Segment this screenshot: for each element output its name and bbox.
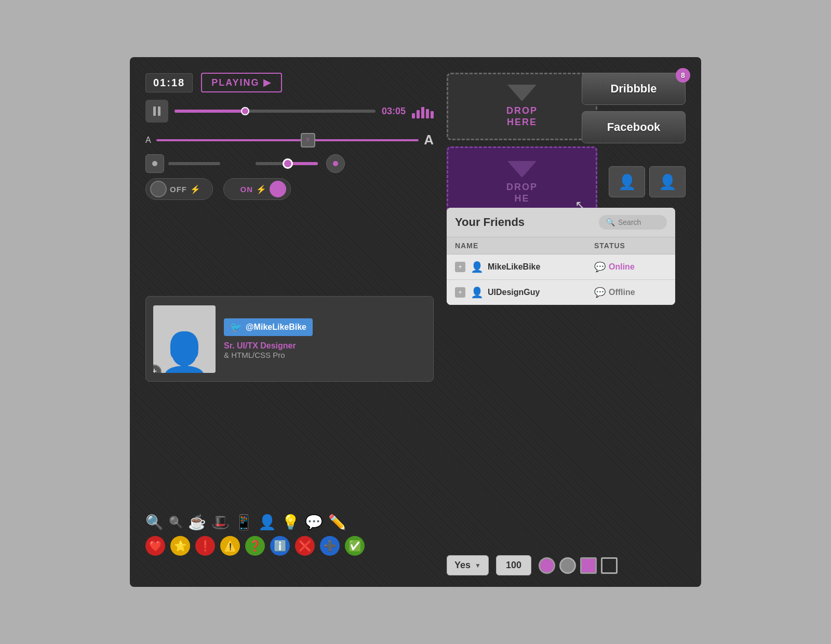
friend-row-1[interactable]: + 👤 UIDesignGuy 💬 Offline: [447, 280, 675, 305]
vol-bar-2: [417, 110, 420, 118]
dribbble-label: Dribbble: [610, 82, 656, 96]
pause-bar-2: [158, 106, 160, 116]
info-icon[interactable]: ℹ️: [270, 536, 290, 556]
star-icon[interactable]: ⭐: [170, 536, 190, 556]
drop-arrow-1: [507, 85, 537, 101]
twitter-badge[interactable]: 🐦 @MikeLikeBike: [224, 318, 313, 336]
person-add-icon[interactable]: 👤: [258, 514, 276, 531]
hat-icon[interactable]: 🎩: [211, 514, 230, 531]
slider-track-1[interactable]: [168, 162, 220, 165]
friends-panel: Your Friends 🔍 NAME STATUS + 👤 MikeLikeB…: [447, 208, 675, 305]
bolt-icon-off: ⚡: [190, 184, 200, 194]
friends-table-header: NAME STATUS: [447, 237, 675, 254]
toggle-off[interactable]: OFF ⚡: [145, 178, 213, 200]
time-row: 01:18 PLAYING ▶: [145, 73, 434, 92]
user-icon-inactive: 👤: [659, 173, 677, 191]
font-slider-track[interactable]: [156, 139, 419, 141]
bolt-icon-on: ⚡: [256, 184, 266, 194]
drop-zone-1[interactable]: DROPHERE: [447, 73, 597, 140]
chat-bubble-offline: 💬: [594, 287, 606, 298]
progress-thumb: [241, 107, 249, 115]
dribbble-button[interactable]: Dribbble 8: [582, 73, 686, 105]
friend-name-0: MikeLikeBike: [488, 262, 594, 272]
user-btn-inactive[interactable]: 👤: [649, 166, 686, 197]
chat-icon[interactable]: 💬: [305, 514, 323, 531]
current-time: 01:18: [145, 73, 193, 92]
exclamation-icon[interactable]: ❗: [195, 536, 215, 556]
friend-avatar-0: 👤: [471, 261, 484, 273]
pause-button[interactable]: [145, 100, 168, 123]
playback-row: 03:05: [145, 100, 434, 123]
profile-subtitle: & HTML/CSS Pro: [224, 351, 426, 359]
profile-title: Sr. UI/TX Designer: [224, 341, 426, 351]
font-slider-thumb[interactable]: [301, 133, 315, 147]
warning-icon[interactable]: ⚠️: [220, 536, 240, 556]
zoom-in-icon[interactable]: 🔍: [145, 514, 164, 531]
zoom-out-icon[interactable]: 🔍: [169, 516, 183, 529]
mug-icon[interactable]: ☕: [188, 514, 206, 531]
status-label-0: Online: [609, 262, 635, 272]
pencil-icon[interactable]: ✏️: [328, 514, 346, 531]
number-box: 100: [496, 555, 531, 575]
dribbble-badge: 8: [676, 68, 690, 83]
radio-group: [539, 557, 618, 574]
friend-plus-0[interactable]: +: [455, 262, 465, 272]
slider-dot-2: [333, 161, 338, 166]
square-filled[interactable]: [580, 557, 597, 574]
profile-avatar-box: 👤 +: [153, 305, 216, 373]
second-sliders: [145, 154, 434, 173]
slider-thumb-2: [283, 158, 293, 169]
toggle-knob-on: [270, 181, 286, 197]
question-icon[interactable]: ❓: [245, 536, 265, 556]
slider-thumb-box-1[interactable]: [145, 154, 164, 173]
user-icon-active: 👤: [618, 173, 636, 191]
font-large-label: A: [424, 132, 434, 148]
slider-thumb-box-2[interactable]: [326, 154, 345, 173]
toolbar-columns: 🔍 🔍 ☕ 🎩 📱 👤 💡 💬 ✏️ ❤️ ⭐ ❗ ⚠️ ❓ ℹ️ ❌ ➕ ✅: [145, 514, 365, 556]
check-icon[interactable]: ✅: [345, 536, 365, 556]
toggle-on[interactable]: ON ⚡: [223, 178, 291, 200]
playing-button[interactable]: PLAYING ▶: [201, 73, 282, 92]
radio-empty[interactable]: [559, 557, 576, 574]
social-buttons: Dribbble 8 Facebook: [582, 73, 686, 143]
profile-info: 🐦 @MikeLikeBike Sr. UI/TX Designer & HTM…: [224, 318, 426, 359]
left-section: 01:18 PLAYING ▶ 03:05: [145, 73, 434, 200]
plus-blue-icon[interactable]: ➕: [320, 536, 340, 556]
yes-dropdown[interactable]: Yes ▼: [447, 555, 489, 575]
col-status-header: STATUS: [594, 242, 667, 250]
friends-title: Your Friends: [455, 216, 525, 229]
toolbar-row-1: 🔍 🔍 ☕ 🎩 📱 👤 💡 💬 ✏️: [145, 514, 365, 531]
facebook-label: Facebook: [607, 120, 661, 134]
volume-bars[interactable]: [412, 104, 434, 118]
progress-track[interactable]: [175, 110, 376, 113]
twitter-handle: @MikeLikeBike: [246, 323, 306, 332]
search-input[interactable]: [618, 218, 660, 226]
slider-dot-1: [152, 161, 157, 166]
cross-icon[interactable]: ❌: [295, 536, 315, 556]
radio-filled[interactable]: [539, 557, 555, 574]
square-empty[interactable]: [601, 557, 618, 574]
icon-toolbar: 🔍 🔍 ☕ 🎩 📱 👤 💡 💬 ✏️ ❤️ ⭐ ❗ ⚠️ ❓ ℹ️ ❌ ➕ ✅: [145, 514, 365, 556]
bulb-icon[interactable]: 💡: [282, 514, 300, 531]
user-btn-group: 👤 👤: [609, 166, 686, 197]
status-label-1: Offline: [609, 288, 635, 297]
vol-bar-1: [412, 113, 415, 118]
total-time: 03:05: [382, 106, 406, 117]
toolbar-row-2: ❤️ ⭐ ❗ ⚠️ ❓ ℹ️ ❌ ➕ ✅: [145, 536, 365, 556]
status-offline-1: 💬 Offline: [594, 287, 667, 298]
facebook-button[interactable]: Facebook: [582, 111, 686, 143]
progress-fill: [175, 110, 245, 113]
friend-row-0[interactable]: + 👤 MikeLikeBike 💬 Online: [447, 254, 675, 280]
friend-plus-1[interactable]: +: [455, 287, 465, 298]
drop-zone-1-text: DROPHERE: [506, 105, 538, 128]
friend-avatar-1: 👤: [471, 286, 484, 299]
pause-icon: [153, 106, 160, 116]
user-btn-active[interactable]: 👤: [609, 166, 645, 197]
main-panel: 01:18 PLAYING ▶ 03:05: [130, 57, 701, 587]
phone-icon[interactable]: 📱: [235, 514, 253, 531]
search-box[interactable]: 🔍: [599, 215, 667, 230]
profile-silhouette: 👤: [158, 333, 210, 373]
heart-icon[interactable]: ❤️: [145, 536, 165, 556]
slider-track-wrapper-2[interactable]: [256, 162, 318, 165]
bottom-bar: Yes ▼ 100: [447, 555, 680, 575]
